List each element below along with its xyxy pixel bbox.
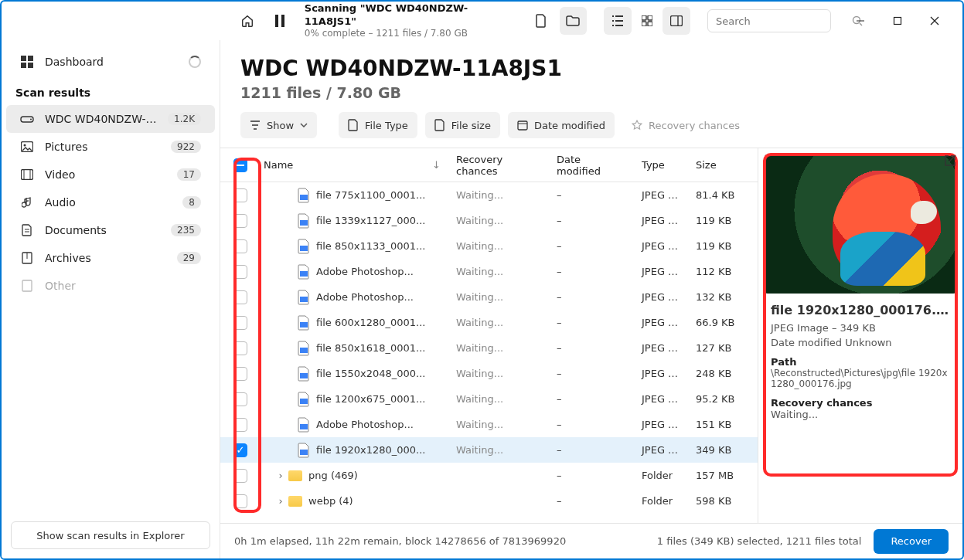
col-type[interactable]: Type bbox=[634, 159, 688, 171]
svg-rect-11 bbox=[894, 18, 901, 25]
col-recovery[interactable]: Recovery chances bbox=[448, 154, 549, 177]
row-date: – bbox=[549, 444, 634, 456]
footer-selection: 1 files (349 KB) selected, 1211 files to… bbox=[657, 535, 862, 547]
table-row[interactable]: file 1200x675_0001...Waiting...–JPEG Im.… bbox=[220, 386, 758, 412]
sidebar-item-label: Pictures bbox=[45, 141, 160, 153]
pause-icon[interactable] bbox=[266, 7, 294, 35]
row-checkbox[interactable] bbox=[233, 392, 247, 406]
row-size: 81.4 KB bbox=[688, 189, 758, 201]
jpeg-file-icon bbox=[298, 443, 310, 458]
row-checkbox[interactable] bbox=[233, 188, 247, 202]
home-icon[interactable] bbox=[233, 7, 261, 35]
svg-rect-3 bbox=[648, 15, 652, 20]
svg-rect-6 bbox=[671, 16, 683, 26]
documents-icon bbox=[20, 224, 34, 236]
sort-arrow-icon: ↓ bbox=[432, 159, 441, 171]
svg-rect-2 bbox=[642, 15, 646, 20]
view-grid-icon[interactable] bbox=[633, 7, 661, 35]
row-size: 157 MB bbox=[688, 470, 758, 481]
svg-rect-40 bbox=[300, 450, 308, 455]
row-checkbox[interactable] bbox=[233, 469, 247, 483]
expand-icon[interactable]: › bbox=[274, 495, 287, 507]
popout-icon[interactable] bbox=[944, 154, 956, 167]
row-checkbox[interactable] bbox=[233, 341, 247, 355]
file-icon bbox=[434, 119, 445, 131]
filter-date-modified[interactable]: Date modified bbox=[508, 112, 615, 138]
row-checkbox[interactable] bbox=[233, 290, 247, 304]
col-name[interactable]: Name↓ bbox=[256, 159, 448, 171]
view-panel-icon[interactable] bbox=[663, 7, 690, 35]
row-size: 349 KB bbox=[688, 444, 758, 456]
col-date[interactable]: Date modified bbox=[549, 154, 634, 177]
sidebar-item-audio[interactable]: Audio 8 bbox=[6, 188, 215, 216]
row-checkbox[interactable] bbox=[233, 367, 247, 381]
minimize-button[interactable] bbox=[843, 8, 877, 33]
svg-rect-5 bbox=[648, 22, 652, 26]
row-checkbox[interactable] bbox=[233, 265, 247, 279]
jpeg-file-icon bbox=[298, 264, 310, 280]
count-badge: 17 bbox=[177, 168, 201, 181]
table-row[interactable]: ›webp (4)–Folder598 KB bbox=[220, 488, 758, 514]
row-date: – bbox=[549, 215, 634, 226]
row-recovery: Waiting... bbox=[448, 393, 549, 405]
row-checkbox[interactable]: ✓ bbox=[233, 443, 247, 457]
row-name: file 1339x1127_000... bbox=[316, 215, 426, 226]
table-row[interactable]: ›png (469)–Folder157 MB bbox=[220, 463, 758, 488]
table-row[interactable]: file 850x1618_0001...Waiting...–JPEG Im.… bbox=[220, 335, 758, 361]
filter-file-size[interactable]: File size bbox=[425, 112, 500, 138]
row-name: Adobe Photoshop... bbox=[316, 266, 414, 277]
sidebar-item-documents[interactable]: Documents 235 bbox=[6, 216, 215, 244]
file-icon[interactable] bbox=[527, 7, 555, 35]
table-row[interactable]: Adobe Photoshop...Waiting...–JPEG Im...1… bbox=[220, 284, 758, 310]
sidebar-item-other[interactable]: Other bbox=[6, 272, 215, 300]
recover-button[interactable]: Recover bbox=[874, 529, 949, 554]
row-type: JPEG Im... bbox=[634, 240, 688, 252]
row-name: png (469) bbox=[308, 470, 358, 481]
search-input[interactable] bbox=[707, 9, 831, 32]
view-list-icon[interactable] bbox=[604, 7, 632, 35]
maximize-button[interactable] bbox=[881, 8, 915, 33]
row-date: – bbox=[549, 419, 634, 430]
sidebar-item-archives[interactable]: Archives 29 bbox=[6, 244, 215, 272]
row-recovery: Waiting... bbox=[448, 419, 549, 430]
table-row[interactable]: file 850x1133_0001...Waiting...–JPEG Im.… bbox=[220, 233, 758, 259]
row-name: Adobe Photoshop... bbox=[316, 419, 414, 430]
row-checkbox[interactable] bbox=[233, 418, 247, 432]
filter-file-type[interactable]: File Type bbox=[339, 112, 417, 138]
table-header: Name↓ Recovery chances Date modified Typ… bbox=[220, 148, 758, 182]
search-field[interactable] bbox=[716, 15, 847, 27]
table-row[interactable]: file 1339x1127_000...Waiting...–JPEG Im.… bbox=[220, 208, 758, 233]
table-row[interactable]: ✓file 1920x1280_000...Waiting...–JPEG Im… bbox=[220, 437, 758, 463]
table-row[interactable]: Adobe Photoshop...Waiting...–JPEG Im...1… bbox=[220, 412, 758, 437]
row-checkbox[interactable] bbox=[233, 494, 247, 508]
jpeg-file-icon bbox=[298, 366, 310, 382]
calendar-icon bbox=[517, 120, 528, 131]
show-dropdown[interactable]: Show bbox=[240, 112, 317, 138]
close-button[interactable] bbox=[918, 8, 952, 33]
svg-rect-39 bbox=[300, 424, 308, 429]
sidebar-item-drive[interactable]: WDC WD40NDZW-11A... 1.2K bbox=[6, 105, 215, 133]
page-subtitle: 1211 files / 7.80 GB bbox=[240, 84, 942, 101]
row-type: JPEG Im... bbox=[634, 444, 688, 456]
row-checkbox[interactable] bbox=[233, 316, 247, 330]
col-size[interactable]: Size bbox=[688, 159, 758, 171]
sidebar-dashboard[interactable]: Dashboard bbox=[6, 48, 215, 76]
expand-icon[interactable]: › bbox=[274, 470, 287, 481]
svg-rect-33 bbox=[300, 271, 308, 277]
row-date: – bbox=[549, 393, 634, 405]
folder-icon bbox=[288, 470, 302, 481]
svg-rect-4 bbox=[642, 22, 646, 26]
table-row[interactable]: Adobe Photoshop...Waiting...–JPEG Im...1… bbox=[220, 259, 758, 284]
sidebar-item-pictures[interactable]: Pictures 922 bbox=[6, 133, 215, 161]
svg-rect-0 bbox=[275, 15, 278, 27]
folder-icon[interactable] bbox=[560, 7, 588, 35]
table-row[interactable]: file 600x1280_0001...Waiting...–JPEG Im.… bbox=[220, 310, 758, 335]
row-checkbox[interactable] bbox=[233, 214, 247, 228]
table-row[interactable]: file 775x1100_0001...Waiting...–JPEG Im.… bbox=[220, 182, 758, 208]
sidebar-item-video[interactable]: Video 17 bbox=[6, 161, 215, 188]
select-all-checkbox[interactable] bbox=[233, 158, 247, 172]
filter-recovery-chances[interactable]: Recovery chances bbox=[622, 112, 749, 138]
table-row[interactable]: file 1550x2048_000...Waiting...–JPEG Im.… bbox=[220, 361, 758, 386]
row-checkbox[interactable] bbox=[233, 239, 247, 253]
show-in-explorer-button[interactable]: Show scan results in Explorer bbox=[11, 521, 210, 549]
